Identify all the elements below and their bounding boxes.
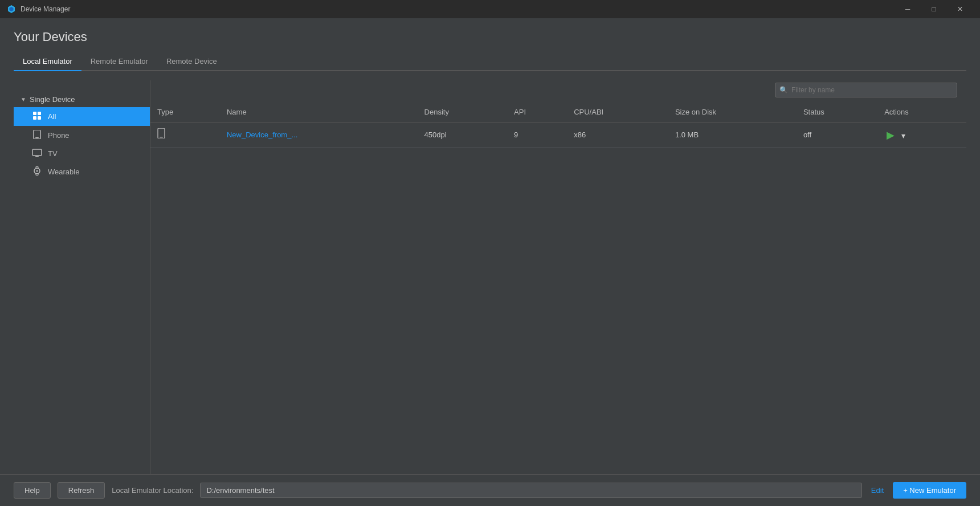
- content-area: 🔍 Type Name Density API CPU/ABI Size on: [150, 80, 966, 474]
- minimize-button[interactable]: ─: [895, 0, 921, 18]
- device-type-cell: [150, 123, 220, 148]
- sidebar-item-phone-label: Phone: [48, 131, 70, 140]
- tab-remote-device[interactable]: Remote Device: [157, 54, 226, 71]
- col-api: API: [507, 102, 567, 123]
- chevron-down-icon: ▼: [21, 96, 26, 103]
- device-size-cell: 1.0 MB: [668, 123, 797, 148]
- phone-icon: [32, 130, 42, 141]
- sidebar-item-tv-label: TV: [48, 149, 58, 158]
- sidebar-item-tv[interactable]: TV: [14, 145, 150, 162]
- col-actions: Actions: [877, 102, 966, 123]
- window-controls: ─ □ ✕: [895, 0, 973, 18]
- col-cpu-abi: CPU/ABI: [567, 102, 668, 123]
- watch-icon: [32, 166, 42, 177]
- svg-rect-3: [38, 116, 41, 120]
- sidebar-section-label: Single Device: [30, 95, 75, 104]
- table-row: New_Device_from_... 450dpi 9 x86 1.0 MB …: [150, 123, 966, 148]
- device-type-phone-icon: [157, 129, 165, 141]
- svg-rect-10: [36, 174, 38, 176]
- refresh-button[interactable]: Refresh: [58, 482, 105, 499]
- edit-button[interactable]: Edit: [869, 486, 886, 495]
- grid-icon: [32, 111, 42, 122]
- sidebar: ▼ Single Device All: [14, 80, 150, 474]
- close-button[interactable]: ✕: [947, 0, 973, 18]
- svg-point-11: [36, 170, 38, 172]
- body-layout: ▼ Single Device All: [14, 80, 966, 474]
- svg-rect-7: [35, 156, 39, 157]
- page-title: Your Devices: [14, 30, 966, 44]
- col-name: Name: [220, 102, 418, 123]
- svg-rect-9: [36, 167, 38, 169]
- tab-remote-emulator[interactable]: Remote Emulator: [81, 54, 157, 71]
- sidebar-item-wearable[interactable]: Wearable: [14, 162, 150, 181]
- tv-icon: [32, 149, 42, 158]
- content-topbar: 🔍: [150, 80, 966, 102]
- device-name-cell: New_Device_from_...: [220, 123, 418, 148]
- sidebar-item-phone[interactable]: Phone: [14, 126, 150, 145]
- svg-rect-5: [35, 137, 39, 138]
- svg-rect-2: [33, 116, 36, 120]
- location-label: Local Emulator Location:: [112, 486, 193, 495]
- search-icon: 🔍: [779, 86, 788, 94]
- restore-button[interactable]: □: [921, 0, 947, 18]
- svg-rect-1: [38, 112, 41, 115]
- sidebar-section-type[interactable]: [14, 85, 150, 92]
- titlebar: Device Manager ─ □ ✕: [0, 0, 980, 18]
- more-actions-button[interactable]: ▾: [899, 131, 908, 140]
- location-path-input[interactable]: [200, 483, 861, 498]
- play-button[interactable]: ▶: [884, 129, 897, 141]
- footer: Help Refresh Local Emulator Location: Ed…: [0, 474, 980, 506]
- device-table: Type Name Density API CPU/ABI Size on Di…: [150, 102, 966, 148]
- col-size-on-disk: Size on Disk: [668, 102, 797, 123]
- filter-input[interactable]: [775, 83, 957, 97]
- sidebar-item-wearable-label: Wearable: [48, 168, 79, 176]
- app-icon: [7, 5, 16, 14]
- titlebar-title: Device Manager: [21, 5, 895, 13]
- col-density: Density: [418, 102, 507, 123]
- help-button[interactable]: Help: [14, 482, 51, 499]
- main-content: Your Devices Local Emulator Remote Emula…: [0, 18, 980, 474]
- device-actions-cell: ▶ ▾: [877, 123, 966, 148]
- filter-wrap: 🔍: [775, 83, 957, 97]
- svg-rect-0: [33, 112, 36, 115]
- svg-rect-6: [32, 149, 42, 156]
- device-api-cell: 9: [507, 123, 567, 148]
- new-emulator-button[interactable]: + New Emulator: [893, 482, 966, 499]
- sidebar-item-all[interactable]: All: [14, 107, 150, 126]
- col-status: Status: [797, 102, 877, 123]
- device-name-link[interactable]: New_Device_from_...: [227, 130, 297, 139]
- svg-rect-13: [160, 137, 163, 138]
- tab-local-emulator[interactable]: Local Emulator: [14, 54, 81, 71]
- device-density-cell: 450dpi: [418, 123, 507, 148]
- device-table-wrap: Type Name Density API CPU/ABI Size on Di…: [150, 102, 966, 474]
- sidebar-section-single-device[interactable]: ▼ Single Device: [14, 92, 150, 107]
- table-header-row: Type Name Density API CPU/ABI Size on Di…: [150, 102, 966, 123]
- device-status-cell: off: [797, 123, 877, 148]
- device-cpu-abi-cell: x86: [567, 123, 668, 148]
- col-type: Type: [150, 102, 220, 123]
- tabs-bar: Local Emulator Remote Emulator Remote De…: [14, 54, 966, 71]
- sidebar-item-all-label: All: [48, 112, 56, 121]
